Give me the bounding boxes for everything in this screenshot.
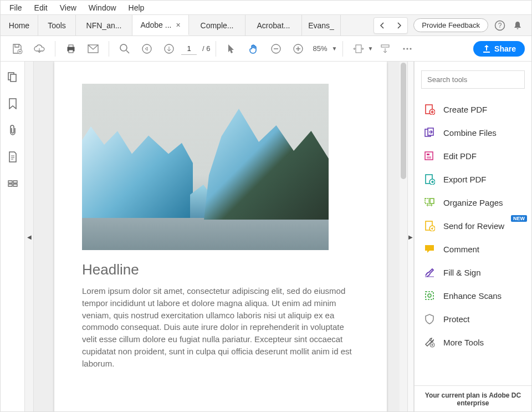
separator	[109, 41, 109, 57]
tool-edit-pdf[interactable]: Edit PDF	[415, 144, 531, 167]
svg-rect-18	[11, 74, 16, 82]
tool-fill-sign[interactable]: Fill & Sign	[415, 261, 531, 284]
tool-send-for-review[interactable]: Send for ReviewNEW	[415, 214, 531, 237]
select-tool-icon[interactable]	[222, 39, 242, 59]
main-row: ◀ Headline Lorem ipsum dolor sit amet, c…	[1, 62, 531, 412]
bell-icon[interactable]	[511, 19, 524, 32]
tool-label: Send for Review	[443, 221, 504, 231]
share-label: Share	[494, 44, 516, 53]
tab-home[interactable]: Home	[1, 15, 38, 35]
search-tools-input[interactable]	[421, 70, 525, 89]
tool-create-pdf[interactable]: Create PDF	[415, 98, 531, 121]
tab-next-button[interactable]	[391, 18, 407, 33]
enhance-scans-icon	[423, 289, 436, 302]
right-collapse-handle[interactable]: ▶	[407, 62, 414, 412]
feedback-button[interactable]: Provide Feedback	[413, 18, 488, 32]
layers-icon[interactable]	[6, 177, 19, 190]
headline: Headline	[82, 261, 354, 278]
combine-files-icon	[423, 126, 436, 139]
hand-tool-icon[interactable]	[244, 39, 264, 59]
tool-label: More Tools	[443, 338, 484, 347]
separator	[55, 41, 55, 57]
share-button[interactable]: Share	[473, 41, 525, 57]
tab-prev-button[interactable]	[374, 18, 391, 33]
new-badge: NEW	[511, 215, 527, 222]
zoom-out-icon[interactable]	[266, 39, 286, 59]
body-text: Lorem ipsum dolor sit amet, consectetur …	[82, 285, 354, 369]
save-icon[interactable]	[7, 39, 27, 59]
tool-enhance-scans[interactable]: Enhance Scans	[415, 284, 531, 307]
tool-more-tools[interactable]: More Tools	[415, 330, 531, 354]
organize-pages-icon	[423, 196, 436, 208]
svg-point-8	[142, 44, 151, 53]
tool-label: Combine Files	[443, 128, 497, 138]
tab-label: Adobe ...	[140, 21, 171, 29]
svg-rect-24	[427, 154, 429, 155]
cloud-icon[interactable]	[29, 39, 49, 59]
tab-doc-3[interactable]: Acrobat...	[245, 15, 302, 35]
svg-rect-5	[69, 50, 73, 53]
svg-point-16	[410, 48, 412, 49]
protect-icon	[423, 313, 436, 325]
tab-doc-1[interactable]: Adobe ...×	[132, 15, 189, 35]
tab-label: Evans_	[308, 21, 334, 30]
tab-label: Acrobat...	[257, 21, 290, 30]
left-sidebar	[1, 62, 25, 412]
menu-view[interactable]: View	[54, 2, 82, 13]
svg-rect-12	[356, 45, 361, 53]
tab-label: NFN_an...	[86, 21, 122, 30]
svg-rect-31	[426, 292, 433, 299]
svg-rect-27	[425, 199, 429, 204]
menu-edit[interactable]: Edit	[29, 2, 53, 13]
zoom-in-icon[interactable]	[288, 39, 308, 59]
zoom-value[interactable]: 85%	[313, 44, 327, 53]
tool-label: Export PDF	[443, 175, 487, 184]
tool-label: Create PDF	[443, 105, 487, 114]
attachment-icon[interactable]	[6, 124, 19, 137]
menu-file[interactable]: File	[4, 2, 28, 13]
tool-comment[interactable]: Comment	[415, 237, 531, 261]
svg-rect-13	[381, 45, 389, 47]
prev-page-icon[interactable]	[137, 39, 157, 59]
next-page-icon[interactable]	[159, 39, 179, 59]
print-icon[interactable]	[61, 39, 81, 59]
svg-point-14	[403, 48, 405, 49]
page-icon[interactable]	[6, 150, 19, 164]
tab-label: Comple...	[201, 21, 234, 30]
page-total: / 6	[202, 44, 210, 53]
mail-icon[interactable]	[83, 39, 103, 59]
separator	[216, 41, 216, 57]
menu-help[interactable]: Help	[123, 2, 150, 13]
tool-combine-files[interactable]: Combine Files	[415, 121, 531, 144]
chevron-down-icon[interactable]: ▼	[367, 45, 373, 52]
more-tools-icon	[423, 336, 436, 348]
scrollbar[interactable]	[400, 62, 407, 412]
svg-rect-28	[430, 199, 434, 204]
tool-label: Protect	[443, 314, 470, 324]
search-icon[interactable]	[115, 39, 135, 59]
chevron-down-icon[interactable]: ▼	[332, 45, 337, 52]
tool-protect[interactable]: Protect	[415, 307, 531, 330]
plan-info: Your current plan is Adobe DC enterprise	[415, 385, 531, 412]
tool-label: Organize Pages	[443, 198, 503, 207]
svg-rect-23	[425, 152, 433, 160]
help-icon[interactable]: ?	[494, 19, 506, 32]
close-icon[interactable]: ×	[176, 21, 180, 29]
thumbnails-icon[interactable]	[6, 70, 19, 84]
left-collapse-handle[interactable]: ◀	[25, 62, 34, 412]
tab-doc-0[interactable]: NFN_an...	[76, 15, 132, 35]
tabs-row: Home Tools NFN_an... Adobe ...× Comple..…	[1, 15, 531, 36]
bookmark-icon[interactable]	[6, 97, 19, 110]
scroll-mode-icon[interactable]	[375, 39, 395, 59]
tool-export-pdf[interactable]: Export PDF	[415, 167, 531, 191]
tab-tools[interactable]: Tools	[38, 15, 76, 35]
fit-width-icon[interactable]	[349, 39, 369, 59]
tool-organize-pages[interactable]: Organize Pages	[415, 191, 531, 214]
create-pdf-icon	[423, 103, 436, 115]
tab-doc-4[interactable]: Evans_	[302, 15, 341, 35]
menu-window[interactable]: Window	[83, 2, 122, 13]
scroll-thumb[interactable]	[401, 63, 406, 179]
more-icon[interactable]	[397, 39, 417, 59]
tab-doc-2[interactable]: Comple...	[189, 15, 245, 35]
page-input[interactable]	[181, 43, 197, 55]
